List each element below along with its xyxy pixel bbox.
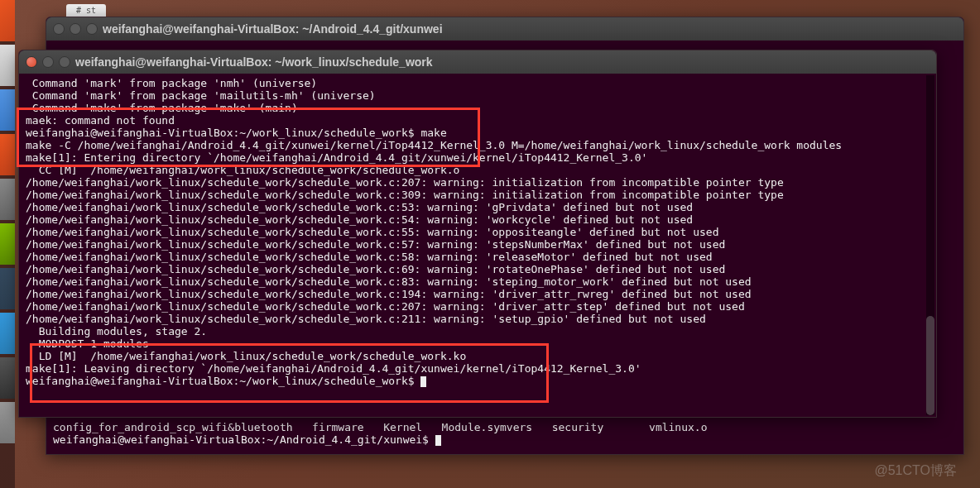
term-line: /home/weifanghai/work_linux/schedule_wor…	[26, 300, 745, 313]
launcher-item[interactable]	[0, 268, 15, 309]
launcher-item[interactable]	[0, 402, 15, 443]
prompt-front: weifanghai@weifanghai-VirtualBox:~/work_…	[26, 375, 420, 387]
term-line: /home/weifanghai/work_linux/schedule_wor…	[26, 238, 725, 251]
window-title-back: weifanghai@weifanghai-VirtualBox: ~/Andr…	[103, 22, 443, 36]
term-line: /home/weifanghai/work_linux/schedule_wor…	[26, 226, 718, 238]
window-title-front: weifanghai@weifanghai-VirtualBox: ~/work…	[75, 55, 433, 69]
term-line: /home/weifanghai/work_linux/schedule_wor…	[26, 275, 752, 288]
term-line: CC [M] /home/weifanghai/work_linux/sched…	[26, 164, 459, 176]
minimize-icon[interactable]	[70, 23, 81, 35]
terminal-content-front[interactable]: Command 'mark' from package 'nmh' (unive…	[19, 74, 936, 390]
term-line: Building modules, stage 2.	[26, 325, 207, 337]
close-icon[interactable]	[53, 23, 65, 35]
term-line: /home/weifanghai/work_linux/schedule_wor…	[26, 176, 784, 189]
maximize-icon[interactable]	[86, 23, 98, 35]
minimize-icon[interactable]	[42, 56, 54, 68]
terminal-content-back[interactable]: config_for_android_scp_wifi&bluetooth fi…	[53, 421, 957, 446]
ls-output-line: config_for_android_scp_wifi&bluetooth fi…	[53, 421, 708, 433]
unity-launcher[interactable]	[0, 0, 15, 488]
terminal-window-front[interactable]: weifanghai@weifanghai-VirtualBox: ~/work…	[18, 50, 937, 418]
cursor-icon	[435, 435, 441, 446]
term-line: /home/weifanghai/work_linux/schedule_wor…	[26, 313, 706, 325]
term-line: make[1]: Entering directory `/home/weifa…	[26, 151, 647, 164]
term-line: maek: command not found	[26, 114, 175, 127]
titlebar-back[interactable]: weifanghai@weifanghai-VirtualBox: ~/Andr…	[46, 17, 963, 41]
launcher-item[interactable]	[0, 0, 15, 41]
term-line: make[1]: Leaving directory `/home/weifan…	[26, 362, 641, 375]
term-line: /home/weifanghai/work_linux/schedule_wor…	[26, 251, 713, 263]
launcher-item[interactable]	[0, 179, 15, 220]
launcher-item[interactable]	[0, 134, 15, 175]
cursor-icon	[420, 376, 426, 387]
launcher-item[interactable]	[0, 223, 15, 265]
launcher-item[interactable]	[0, 89, 15, 131]
launcher-item[interactable]	[0, 313, 15, 354]
term-line: Command 'mark' from package 'mailutils-m…	[26, 89, 376, 102]
term-line: /home/weifanghai/work_linux/schedule_wor…	[26, 213, 693, 226]
titlebar-front[interactable]: weifanghai@weifanghai-VirtualBox: ~/work…	[19, 50, 936, 74]
launcher-item[interactable]	[0, 45, 15, 86]
term-line: /home/weifanghai/work_linux/schedule_wor…	[26, 263, 725, 275]
term-line: Command 'mark' from package 'nmh' (unive…	[26, 77, 317, 89]
watermark: @51CTO博客	[874, 462, 957, 480]
term-line: make -C /home/weifanghai/Android_4.4_git…	[26, 139, 842, 151]
close-icon[interactable]	[26, 56, 37, 68]
term-line: weifanghai@weifanghai-VirtualBox:~/work_…	[26, 127, 447, 139]
maximize-icon[interactable]	[59, 56, 70, 68]
term-line: /home/weifanghai/work_linux/schedule_wor…	[26, 288, 752, 300]
term-line: LD [M] /home/weifanghai/work_linux/sched…	[26, 350, 466, 362]
term-line: /home/weifanghai/work_linux/schedule_wor…	[26, 189, 784, 201]
term-line: Command 'make' from package 'make' (main…	[26, 102, 298, 114]
prompt-back: weifanghai@weifanghai-VirtualBox:~/Andro…	[53, 433, 435, 446]
launcher-item[interactable]	[0, 357, 15, 399]
term-line: MODPOST 1 modules	[26, 337, 149, 350]
term-line: /home/weifanghai/work_linux/schedule_wor…	[26, 201, 693, 213]
